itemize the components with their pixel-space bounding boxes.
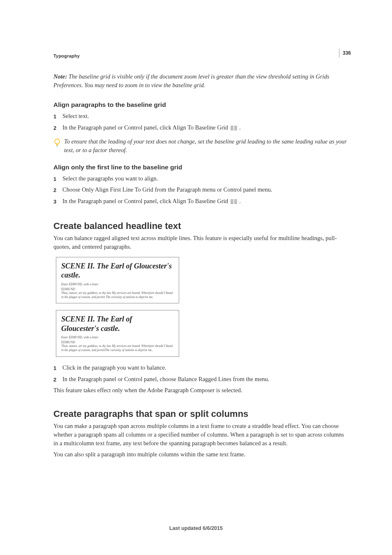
figure-body-text: Thou, nature, art my goddess; to thy law…	[61, 344, 174, 352]
list-item: 1 Select text.	[53, 112, 349, 121]
steps-align-paragraphs: 1 Select text. 2 In the Paragraph panel …	[53, 112, 349, 133]
step-number: 3	[53, 197, 62, 207]
note-text: The baseline grid is visible only if the…	[53, 73, 329, 88]
align-to-baseline-grid-icon	[231, 124, 237, 133]
figure-stage-direction: Enter EDMUND, with a letter	[61, 335, 174, 339]
step-text: Select the paragraphs you want to align.	[62, 174, 349, 183]
page-number: 336	[339, 49, 351, 58]
lightbulb-icon	[53, 137, 64, 155]
figure-card-after: SCENE II. The Earl of Gloucester's castl…	[56, 310, 179, 357]
step-number: 2	[53, 185, 62, 194]
note-paragraph: Note: The baseline grid is visible only …	[53, 72, 349, 90]
steps-balanced-headline: 1 Click in the paragraph you want to bal…	[53, 363, 349, 384]
tip-block: To ensure that the leading of your text …	[53, 137, 349, 155]
heading-balanced-headline: Create balanced headline text	[53, 221, 349, 231]
note-label: Note:	[53, 73, 67, 80]
figure-title: SCENE II. The Earl of Gloucester's castl…	[61, 314, 148, 333]
chapter-title: Typography	[53, 53, 349, 58]
step-text-trail: .	[238, 198, 241, 204]
heading-span-split-columns: Create paragraphs that span or split col…	[53, 409, 349, 419]
step-text: Select text.	[62, 112, 349, 121]
step-number: 1	[53, 363, 62, 372]
step-text-trail: .	[238, 124, 241, 131]
step-number: 2	[53, 123, 62, 133]
list-item: 2 In the Paragraph panel or Control pane…	[53, 375, 349, 384]
footer-last-updated: Last updated 6/6/2015	[0, 525, 392, 531]
step-number: 1	[53, 174, 62, 183]
paragraph-balanced-intro: You can balance ragged aligned text acro…	[53, 234, 349, 251]
figure-balanced-headline: SCENE II. The Earl of Gloucester's castl…	[56, 257, 349, 357]
steps-align-first-line: 1 Select the paragraphs you want to alig…	[53, 174, 349, 207]
paragraph-balanced-outro: This feature takes effect only when the …	[53, 386, 349, 395]
paragraph-span-2: You can also split a paragraph into mult…	[53, 450, 349, 459]
step-number: 1	[53, 112, 62, 121]
step-text-lead: In the Paragraph panel or Control panel,…	[62, 198, 230, 204]
step-text: In the Paragraph panel or Control panel,…	[62, 123, 349, 133]
tip-text: To ensure that the leading of your text …	[64, 137, 349, 155]
align-to-baseline-grid-icon	[231, 198, 237, 207]
figure-card-before: SCENE II. The Earl of Gloucester's castl…	[56, 257, 179, 304]
step-text: In the Paragraph panel or Control panel,…	[62, 197, 349, 207]
heading-align-paragraphs: Align paragraphs to the baseline grid	[53, 101, 349, 109]
figure-speaker: EDMUND	[61, 340, 174, 344]
figure-title: SCENE II. The Earl of Gloucester's castl…	[61, 261, 174, 280]
paragraph-span-1: You can make a paragraph span across mul…	[53, 422, 349, 448]
list-item: 2 In the Paragraph panel or Control pane…	[53, 123, 349, 133]
list-item: 1 Select the paragraphs you want to alig…	[53, 174, 349, 183]
svg-point-8	[55, 139, 60, 144]
list-item: 2 Choose Only Align First Line To Grid f…	[53, 185, 349, 194]
figure-speaker: EDMUND	[61, 287, 174, 291]
heading-align-first-line: Align only the first line to the baselin…	[53, 164, 349, 171]
step-text: Choose Only Align First Line To Grid fro…	[62, 185, 349, 194]
list-item: 1 Click in the paragraph you want to bal…	[53, 363, 349, 372]
step-number: 2	[53, 375, 62, 384]
list-item: 3 In the Paragraph panel or Control pane…	[53, 197, 349, 207]
step-text-lead: In the Paragraph panel or Control panel,…	[62, 124, 230, 131]
step-text: In the Paragraph panel or Control panel,…	[62, 375, 349, 384]
figure-stage-direction: Enter EDMUND, with a letter	[61, 282, 174, 286]
figure-body-text: Thou, nature, art my goddess; to thy law…	[61, 291, 174, 299]
step-text: Click in the paragraph you want to balan…	[62, 363, 349, 372]
